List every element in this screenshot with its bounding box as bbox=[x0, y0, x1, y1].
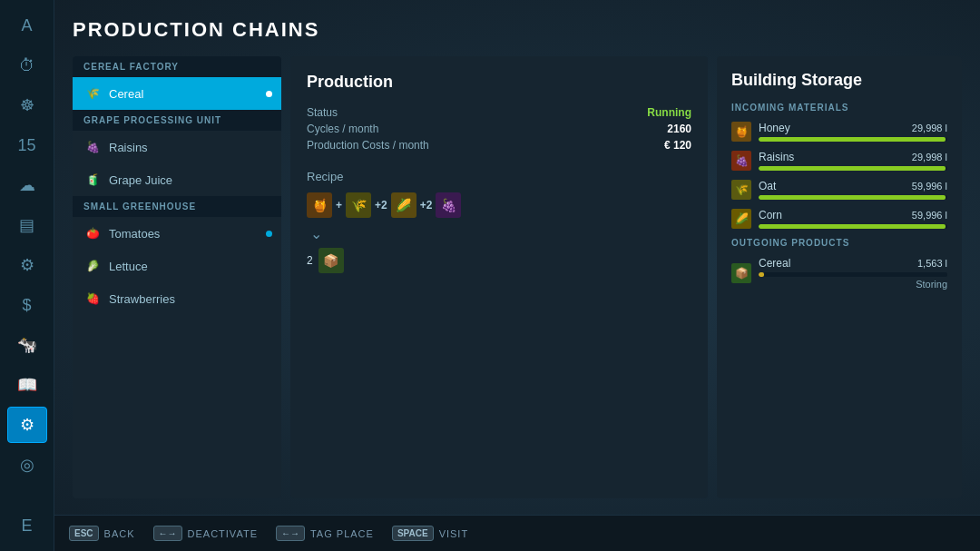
production-stats: Status Running Cycles / month 2160 Produ… bbox=[307, 106, 691, 152]
raisins-label: Raisins bbox=[109, 141, 148, 154]
sidebar-item-a[interactable]: A bbox=[7, 7, 47, 44]
raisins-storage-info: Raisins 29,998 l bbox=[759, 151, 947, 171]
honey-storage-icon: 🍯 bbox=[731, 122, 751, 142]
corn-storage-icon: 🌽 bbox=[731, 209, 751, 229]
oat-storage-icon: 🌾 bbox=[731, 180, 751, 200]
sidebar-item-cow[interactable]: 🐄 bbox=[7, 327, 47, 363]
deactivate-label: DEACTIVATE bbox=[188, 528, 258, 539]
stat-row-costs: Production Costs / month € 120 bbox=[307, 139, 691, 152]
chain-item-tomatoes[interactable]: 🍅 Tomatoes bbox=[73, 217, 281, 250]
arrow-down-icon: ⌄ bbox=[310, 225, 322, 242]
oat-bar-fill bbox=[759, 195, 946, 200]
grape-ingredient-icon: 🍇 bbox=[436, 192, 461, 218]
cereal-output-icon: 📦 bbox=[731, 263, 751, 283]
cereal-output-info: Cereal 1,563 l Storing bbox=[759, 257, 947, 290]
costs-value: € 120 bbox=[664, 139, 691, 152]
cereal-dot bbox=[266, 91, 272, 97]
lettuce-label: Lettuce bbox=[109, 260, 148, 273]
calendar-icon: 15 bbox=[17, 136, 35, 155]
storage-item-corn: 🌽 Corn 59,996 l bbox=[731, 209, 947, 229]
sidebar-item-cloud[interactable]: ☁ bbox=[7, 167, 47, 203]
chain-item-raisins[interactable]: 🍇 Raisins bbox=[73, 131, 281, 163]
sidebar-item-money[interactable]: $ bbox=[7, 287, 47, 323]
chart-icon: ▤ bbox=[19, 215, 34, 235]
sidebar-item-calendar[interactable]: 15 bbox=[7, 127, 47, 163]
a-icon: A bbox=[21, 16, 32, 35]
strawberries-icon: 🍓 bbox=[83, 290, 102, 308]
honey-bar-fill bbox=[759, 137, 946, 142]
category-grape-processing: GRAPE PROCESSING UNIT bbox=[73, 110, 281, 131]
sidebar-item-tractor[interactable]: ⚙ bbox=[7, 247, 47, 283]
wheel-icon: ☸ bbox=[20, 95, 34, 115]
recipe-ingredients: 🍯 + 🌾 +2 🌽 +2 🍇 bbox=[307, 192, 691, 218]
hotkey-visit-group: SPACE VISIT bbox=[392, 526, 468, 541]
recipe-section: Recipe 🍯 + 🌾 +2 🌽 +2 🍇 ⌄ 2 📦 bbox=[307, 170, 691, 273]
honey-amount: 29,998 l bbox=[912, 123, 947, 133]
sidebar-item-production[interactable]: ⚙ bbox=[7, 407, 47, 443]
book-icon: 📖 bbox=[17, 375, 37, 395]
oat-ingredient-icon: 🌾 bbox=[346, 192, 371, 218]
chain-item-grape-juice[interactable]: 🧃 Grape Juice bbox=[73, 163, 281, 196]
chain-item-strawberries[interactable]: 🍓 Strawberries bbox=[73, 282, 281, 315]
cereal-output-name: Cereal bbox=[759, 257, 790, 270]
sidebar-item-chart[interactable]: ▤ bbox=[7, 207, 47, 243]
corn-name: Corn bbox=[759, 209, 782, 221]
hotkey-deactivate-group: ←→ DEACTIVATE bbox=[153, 526, 258, 541]
chain-item-cereal[interactable]: 🌾 Cereal bbox=[73, 77, 281, 110]
cereal-output-name-row: Cereal 1,563 l bbox=[759, 257, 947, 270]
plus-3: +2 bbox=[420, 199, 433, 212]
cereal-output-bar-bg bbox=[759, 272, 947, 277]
honey-bar-bg bbox=[759, 137, 947, 142]
chain-item-lettuce[interactable]: 🥬 Lettuce bbox=[73, 250, 281, 282]
deactivate-badge: ←→ bbox=[153, 526, 182, 541]
esc-badge: ESC bbox=[69, 526, 99, 541]
raisins-bar-bg bbox=[759, 166, 947, 171]
tagplace-badge: ←→ bbox=[276, 526, 305, 541]
sidebar-item-book[interactable]: 📖 bbox=[7, 367, 47, 403]
main-content: PRODUCTION CHAINS CEREAL FACTORY 🌾 Cerea… bbox=[54, 0, 980, 515]
cow-icon: 🐄 bbox=[17, 335, 37, 355]
sidebar-item-globe[interactable]: ◎ bbox=[7, 447, 47, 483]
honey-storage-info: Honey 29,998 l bbox=[759, 122, 947, 142]
honey-name-row: Honey 29,998 l bbox=[759, 122, 947, 134]
corn-bar-fill bbox=[759, 224, 946, 229]
oat-name-row: Oat 59,996 l bbox=[759, 180, 947, 192]
grape-juice-label: Grape Juice bbox=[109, 173, 172, 187]
cereal-output-amount: 1,563 l bbox=[917, 258, 947, 269]
e-icon: E bbox=[21, 517, 32, 536]
recipe-output: 2 📦 bbox=[307, 248, 691, 273]
stat-row-cycles: Cycles / month 2160 bbox=[307, 123, 691, 135]
cereal-storing-text: Storing bbox=[759, 279, 947, 290]
status-label: Status bbox=[307, 106, 338, 119]
raisins-name-row: Raisins 29,998 l bbox=[759, 151, 947, 163]
globe-icon: ◎ bbox=[20, 455, 34, 475]
cereal-label: Cereal bbox=[109, 87, 143, 101]
production-title: Production bbox=[307, 73, 691, 92]
panel-production-chains: CEREAL FACTORY 🌾 Cereal GRAPE PROCESSING… bbox=[73, 56, 281, 498]
costs-label: Production Costs / month bbox=[307, 139, 429, 152]
raisins-storage-name: Raisins bbox=[759, 151, 794, 163]
lettuce-icon: 🥬 bbox=[83, 257, 102, 275]
output-cereal-icon: 📦 bbox=[318, 248, 344, 273]
building-storage-title: Building Storage bbox=[731, 71, 947, 90]
storage-item-oat: 🌾 Oat 59,996 l bbox=[731, 180, 947, 200]
incoming-materials-header: INCOMING MATERIALS bbox=[731, 103, 947, 113]
tractor-icon: ⚙ bbox=[20, 255, 34, 275]
outgoing-products-header: OUTGOING PRODUCTS bbox=[731, 238, 947, 248]
production-icon: ⚙ bbox=[20, 415, 34, 435]
sidebar-item-e[interactable]: E bbox=[7, 507, 47, 544]
storage-item-cereal-out: 📦 Cereal 1,563 l Storing bbox=[731, 257, 947, 290]
sidebar-item-wheel[interactable]: ☸ bbox=[7, 87, 47, 123]
corn-bar-bg bbox=[759, 224, 947, 229]
back-label: BACK bbox=[104, 528, 135, 539]
cereal-output-bar-fill bbox=[759, 272, 764, 277]
cycles-value: 2160 bbox=[667, 123, 691, 135]
corn-name-row: Corn 59,996 l bbox=[759, 209, 947, 221]
plus-2: +2 bbox=[375, 199, 387, 212]
cloud-icon: ☁ bbox=[19, 175, 35, 195]
category-small-greenhouse: SMALL GREENHOUSE bbox=[73, 196, 281, 217]
clock-icon: ⏱ bbox=[19, 56, 35, 75]
sidebar-item-clock[interactable]: ⏱ bbox=[7, 47, 47, 84]
plus-1: + bbox=[336, 199, 342, 212]
cereal-icon: 🌾 bbox=[83, 84, 102, 103]
